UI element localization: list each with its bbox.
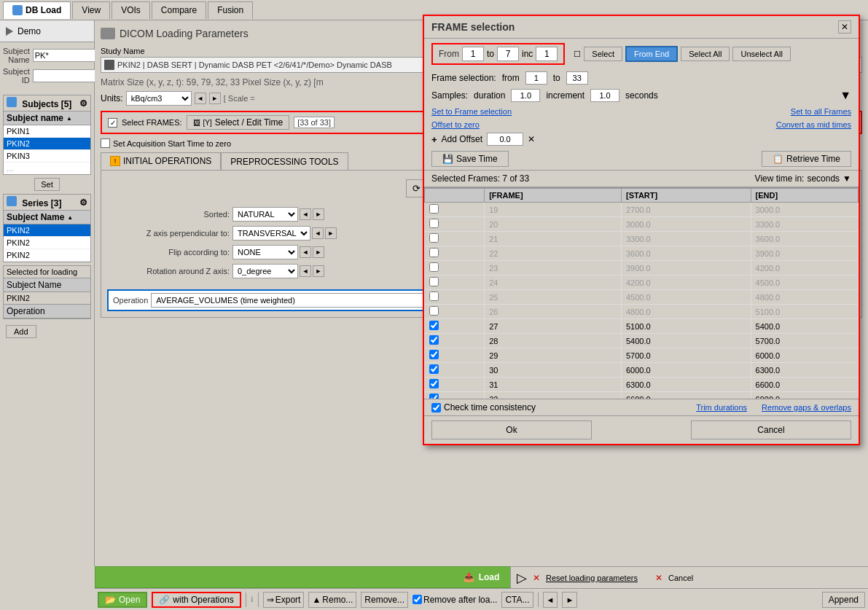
table-row: 25 4500.0 4800.0	[425, 290, 859, 305]
series-item-1[interactable]: PKIN2	[4, 224, 90, 237]
frame-row-checkbox[interactable]	[429, 364, 439, 374]
convert-mid-btn[interactable]: Convert as mid times	[776, 120, 851, 129]
tab-preprocessing[interactable]: PREPROCESSING TOOLS	[221, 152, 348, 170]
frame-row-checkbox[interactable]	[429, 262, 439, 272]
reset-x-icon[interactable]: ✕	[533, 573, 540, 583]
zaxis-nav-right[interactable]: ►	[325, 227, 337, 239]
frame-table-wrapper[interactable]: [FRAME] [START] [END] 19 2700.0 3000.0 2…	[424, 187, 859, 399]
frame-row-checkbox[interactable]	[429, 394, 439, 399]
dicom-icon	[101, 28, 115, 39]
scale-label: [ Scale =	[224, 94, 255, 103]
sorted-nav-right[interactable]: ►	[313, 208, 324, 220]
select-btn[interactable]: Select	[584, 47, 622, 61]
frame-row-checkbox[interactable]	[429, 335, 439, 345]
inc-input[interactable]	[536, 47, 558, 61]
subject-item-pkin1[interactable]: PKIN1	[4, 125, 90, 138]
frame-row-checkbox[interactable]	[429, 233, 439, 243]
from-input[interactable]	[462, 47, 484, 61]
remove2-button[interactable]: Remove...	[361, 592, 408, 608]
increment-input[interactable]	[590, 89, 619, 102]
frame-to-input[interactable]	[566, 71, 588, 85]
cta-button[interactable]: CTA...	[501, 592, 533, 608]
sorted-select[interactable]: NATURAL	[232, 207, 298, 222]
units-nav-left[interactable]: ◄	[195, 93, 206, 104]
set-frame-sel-btn[interactable]: Set to Frame selection	[431, 107, 512, 116]
frames-checkbox[interactable]: ✓	[108, 118, 117, 128]
remove-gaps-btn[interactable]: Remove gaps & overlaps	[762, 403, 851, 412]
arrow-right-btn[interactable]: ►	[562, 592, 577, 608]
arrow-left-btn[interactable]: ◄	[543, 592, 558, 608]
add-button[interactable]: Add	[6, 325, 36, 338]
remove-after-checkbox[interactable]	[413, 595, 422, 604]
with-operations-button[interactable]: 🔗 with Operations	[152, 592, 241, 608]
offset-zero-btn[interactable]: Offset to zero	[431, 120, 480, 129]
modal-cancel-btn[interactable]: Cancel	[691, 421, 851, 439]
frame-row-checkbox[interactable]	[429, 277, 439, 286]
rotation-nav-left[interactable]: ◄	[300, 265, 311, 277]
load-icon: 📤	[464, 572, 474, 582]
frames-edit-btn[interactable]: 🖼 [Y] Select / Edit Time	[187, 115, 290, 130]
set-all-frames-btn[interactable]: Set to all Frames	[791, 107, 851, 116]
units-nav-right[interactable]: ►	[209, 93, 221, 104]
export-button[interactable]: ⇒ Export	[263, 592, 305, 608]
consistency-checkbox[interactable]	[431, 403, 441, 412]
frame-row-checkbox[interactable]	[429, 350, 439, 359]
cancel-x-icon[interactable]: ✕	[655, 573, 662, 583]
add-offset-input[interactable]	[487, 133, 523, 146]
tab-fusion[interactable]: Fusion	[208, 1, 253, 19]
cancel-btn[interactable]: Cancel	[668, 574, 693, 582]
selected-loading-op-col: Operation	[4, 304, 90, 318]
subject-item-pkin3[interactable]: PKIN3	[4, 150, 90, 163]
open-button[interactable]: 📂 Open	[98, 592, 147, 608]
col-start: [START]	[621, 189, 751, 203]
modal-close-btn[interactable]: ✕	[838, 20, 851, 34]
frame-row-checkbox[interactable]	[429, 379, 439, 388]
tab-initial-ops[interactable]: ! INITIAL OPERATIONS	[101, 152, 221, 170]
to-input[interactable]	[497, 47, 519, 61]
trim-btn[interactable]: Trim durations	[696, 403, 747, 412]
rotation-nav-right[interactable]: ►	[313, 265, 324, 277]
frame-from-input[interactable]	[525, 71, 547, 85]
append-button[interactable]: Append	[822, 592, 865, 608]
zaxis-select[interactable]: TRANSVERSAL	[232, 226, 310, 241]
flip-nav-right[interactable]: ►	[313, 246, 324, 258]
tab-view[interactable]: View	[72, 1, 110, 19]
from-end-btn[interactable]: From End	[625, 46, 678, 62]
zaxis-nav-left[interactable]: ◄	[312, 227, 324, 239]
tab-vois[interactable]: VOIs	[112, 1, 150, 19]
load-button[interactable]: 📤 Load	[464, 572, 500, 582]
series-item-3[interactable]: PKIN2	[4, 249, 90, 262]
select-all-btn[interactable]: Select All	[681, 47, 730, 61]
ok-btn[interactable]: Ok	[431, 421, 592, 439]
flip-select[interactable]: NONE	[232, 245, 298, 259]
remove1-button[interactable]: ▲ Remo...	[308, 592, 356, 608]
expand-icon[interactable]: ▼	[840, 89, 851, 102]
view-time-dropdown[interactable]: ▼	[842, 173, 851, 184]
frame-row-checkbox[interactable]	[429, 248, 439, 257]
play-reset-icon[interactable]: ▷	[517, 570, 527, 586]
add-offset-clear[interactable]: ✕	[528, 134, 535, 144]
tab-compare[interactable]: Compare	[152, 1, 206, 19]
save-time-btn[interactable]: 💾 Save Time	[431, 151, 509, 167]
unselect-all-btn[interactable]: Unselect All	[732, 47, 790, 61]
frame-row-checkbox[interactable]	[429, 219, 439, 228]
rotation-select[interactable]: 0_degree	[232, 264, 298, 278]
reset-btn[interactable]: Reset loading parameters	[546, 574, 638, 582]
set-button[interactable]: Set	[34, 178, 60, 191]
frame-row-checkbox[interactable]	[429, 292, 439, 301]
retrieve-time-btn[interactable]: 📋 Retrieve Time	[762, 151, 851, 167]
flip-nav-left[interactable]: ◄	[300, 246, 311, 258]
frame-row-checkbox[interactable]	[429, 306, 439, 316]
frame-row-checkbox[interactable]	[429, 321, 439, 330]
series-panel: Series [3] ⚙ Subject Name ▲ PKIN2 PKIN2 …	[3, 194, 91, 262]
sorted-nav-left[interactable]: ◄	[300, 208, 311, 220]
units-select[interactable]: kBq/cm3	[126, 91, 192, 106]
duration-input[interactable]	[511, 89, 540, 102]
subject-item-pkin2[interactable]: PKIN2	[4, 138, 90, 150]
range-box: From to inc	[431, 43, 565, 65]
series-item-2[interactable]: PKIN2	[4, 237, 90, 249]
series-col-header: Subject Name ▲	[4, 211, 90, 224]
frame-row-checkbox[interactable]	[429, 204, 439, 214]
tab-db-load[interactable]: DB Load	[3, 1, 71, 19]
acq-checkbox[interactable]	[101, 138, 110, 148]
